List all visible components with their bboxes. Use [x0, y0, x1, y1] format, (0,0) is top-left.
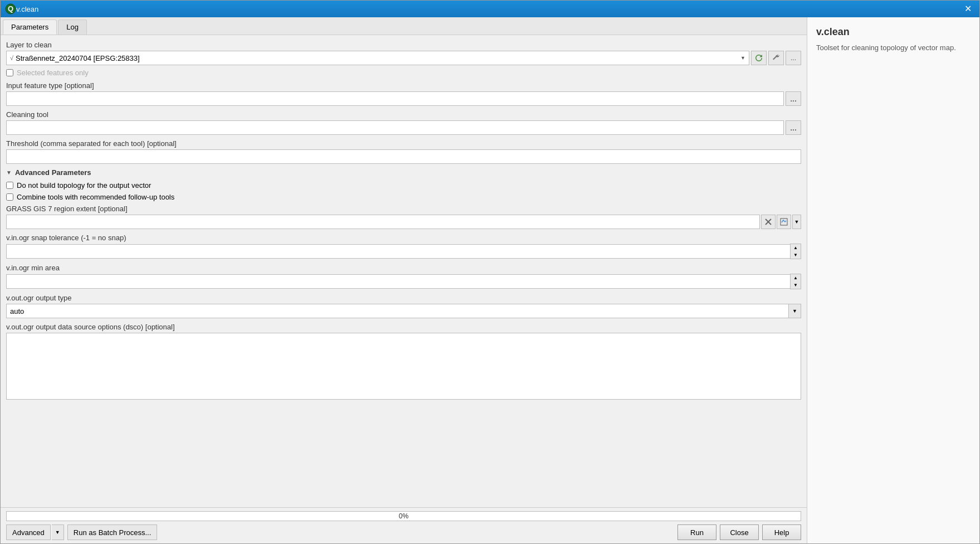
svg-rect-4 — [781, 218, 787, 225]
selected-features-checkbox[interactable] — [6, 69, 13, 76]
layer-to-clean-row: √ Straßennetz_20240704 [EPSG:25833] ▼ — [6, 51, 801, 65]
input-feature-type-group: Input feature type [optional] line ... — [6, 81, 801, 106]
input-feature-type-input[interactable]: line — [6, 91, 784, 106]
threshold-group: Threshold (comma separated for each tool… — [6, 139, 801, 164]
right-panel-description: Toolset for cleaning topology of vector … — [816, 42, 971, 54]
right-panel-title: v.clean — [816, 26, 971, 38]
layer-type-icon: √ — [10, 55, 13, 61]
advanced-parameters-title: Advanced Parameters — [15, 168, 91, 177]
snap-tolerance-spinners: ▲ ▼ — [790, 244, 801, 259]
bottom-right-buttons: Run Close Help — [677, 524, 801, 540]
progress-label: 0% — [7, 512, 801, 521]
combine-tools-checkbox-row: Combine tools with recommended follow-up… — [6, 193, 801, 201]
wrench-icon — [772, 54, 780, 62]
min-area-group: v.in.ogr min area 0.000100 ▲ ▼ — [6, 264, 801, 289]
combine-tools-label: Combine tools with recommended follow-up… — [17, 193, 174, 201]
selected-features-label: Selected features only — [17, 69, 89, 77]
cleaning-tool-input[interactable]: break,snap — [6, 120, 784, 135]
output-type-group: v.out.ogr output type auto line area ▼ — [6, 294, 801, 318]
cleaning-tool-row: break,snap ... — [6, 120, 801, 135]
grass-region-input[interactable]: 205138.5590,460203.9060,5885786.7010,605… — [6, 215, 760, 229]
min-area-input[interactable]: 0.000100 — [6, 274, 790, 289]
input-feature-type-more-button[interactable]: ... — [786, 91, 801, 106]
window-title: v.clean — [16, 5, 961, 13]
map-draw-icon — [780, 218, 788, 226]
app-icon: Q — [5, 3, 16, 14]
dsco-group: v.out.ogr output data source options (ds… — [6, 323, 801, 401]
cleaning-tool-label: Cleaning tool — [6, 110, 801, 119]
run-button[interactable]: Run — [677, 524, 716, 540]
tab-parameters[interactable]: Parameters — [3, 20, 57, 35]
tab-log[interactable]: Log — [58, 20, 87, 35]
threshold-input[interactable]: 1,1 — [6, 149, 801, 164]
main-window: Q v.clean ✕ Parameters Log Layer to clea… — [0, 0, 980, 544]
extent-map-button[interactable] — [777, 215, 791, 229]
settings-layer-button[interactable] — [768, 51, 784, 65]
close-button[interactable]: Close — [720, 524, 759, 540]
right-panel: v.clean Toolset for cleaning topology of… — [807, 17, 979, 543]
snap-tolerance-group: v.in.ogr snap tolerance (-1 = no snap) -… — [6, 234, 801, 259]
bottom-left-buttons: Advanced ▼ Run as Batch Process... — [6, 524, 157, 540]
clear-icon — [765, 218, 772, 225]
topology-checkbox-row: Do not build topology for the output vec… — [6, 181, 801, 190]
input-feature-type-label: Input feature type [optional] — [6, 81, 801, 90]
snap-tolerance-row: -1.000000 ▲ ▼ — [6, 244, 801, 259]
help-button[interactable]: Help — [762, 524, 801, 540]
refresh-icon — [754, 54, 763, 62]
grass-region-row: 205138.5590,460203.9060,5885786.7010,605… — [6, 215, 801, 229]
layer-dropdown-arrow: ▼ — [740, 55, 745, 61]
selected-features-row: Selected features only — [6, 69, 801, 77]
clear-extent-button[interactable] — [761, 215, 776, 229]
snap-tolerance-input[interactable]: -1.000000 — [6, 244, 790, 259]
left-panel: Parameters Log Layer to clean √ Straßenn… — [1, 17, 807, 543]
min-area-up-button[interactable]: ▲ — [791, 274, 801, 281]
cleaning-tool-group: Cleaning tool break,snap ... — [6, 110, 801, 135]
snap-tolerance-up-button[interactable]: ▲ — [791, 244, 801, 251]
threshold-label: Threshold (comma separated for each tool… — [6, 139, 801, 148]
cleaning-tool-more-button[interactable]: ... — [786, 120, 801, 135]
input-feature-type-row: line ... — [6, 91, 801, 106]
refresh-layer-button[interactable] — [751, 51, 767, 65]
min-area-spinners: ▲ ▼ — [790, 274, 801, 289]
advanced-collapse-icon: ▼ — [6, 169, 12, 176]
advanced-parameters-section: ▼ Advanced Parameters Do not build topol… — [6, 168, 801, 401]
extent-dropdown-button[interactable]: ▼ — [792, 215, 801, 229]
no-topology-checkbox[interactable] — [6, 182, 13, 189]
layer-select-display[interactable]: √ Straßennetz_20240704 [EPSG:25833] ▼ — [6, 51, 749, 65]
output-type-row: auto line area ▼ — [6, 304, 801, 318]
tabs-bar: Parameters Log — [1, 17, 807, 35]
run-batch-button[interactable]: Run as Batch Process... — [67, 524, 157, 540]
combine-tools-checkbox[interactable] — [6, 193, 13, 201]
grass-region-label: GRASS GIS 7 region extent [optional] — [6, 205, 801, 213]
advanced-dropdown-button[interactable]: ▼ — [52, 524, 64, 540]
grass-region-group: GRASS GIS 7 region extent [optional] 205… — [6, 205, 801, 229]
main-layout: Parameters Log Layer to clean √ Straßenn… — [1, 17, 979, 543]
bottom-bar: 0% Advanced ▼ Run as Batch Process... Ru… — [1, 507, 807, 543]
output-type-select[interactable]: auto line area — [6, 304, 789, 318]
snap-tolerance-down-button[interactable]: ▼ — [791, 251, 801, 259]
min-area-label: v.in.ogr min area — [6, 264, 801, 272]
no-topology-label: Do not build topology for the output vec… — [17, 181, 151, 190]
close-window-button[interactable]: ✕ — [961, 3, 975, 14]
bottom-buttons: Advanced ▼ Run as Batch Process... Run C… — [6, 524, 801, 540]
output-type-arrow: ▼ — [789, 304, 801, 318]
layer-to-clean-group: Layer to clean √ Straßennetz_20240704 [E… — [6, 41, 801, 77]
min-area-row: 0.000100 ▲ ▼ — [6, 274, 801, 289]
output-type-label: v.out.ogr output type — [6, 294, 801, 302]
svg-text:Q: Q — [8, 4, 13, 13]
dsco-textarea[interactable] — [6, 333, 801, 400]
progress-container: 0% — [6, 511, 801, 521]
more-layer-button[interactable]: ... — [786, 51, 801, 65]
snap-tolerance-label: v.in.ogr snap tolerance (-1 = no snap) — [6, 234, 801, 242]
dsco-label: v.out.ogr output data source options (ds… — [6, 323, 801, 331]
min-area-down-button[interactable]: ▼ — [791, 281, 801, 289]
layer-to-clean-label: Layer to clean — [6, 41, 801, 49]
form-area[interactable]: Layer to clean √ Straßennetz_20240704 [E… — [1, 35, 807, 507]
title-bar: Q v.clean ✕ — [1, 1, 979, 17]
layer-select-value: Straßennetz_20240704 [EPSG:25833] — [16, 54, 140, 62]
advanced-button[interactable]: Advanced — [6, 524, 51, 540]
advanced-parameters-header[interactable]: ▼ Advanced Parameters — [6, 168, 801, 177]
